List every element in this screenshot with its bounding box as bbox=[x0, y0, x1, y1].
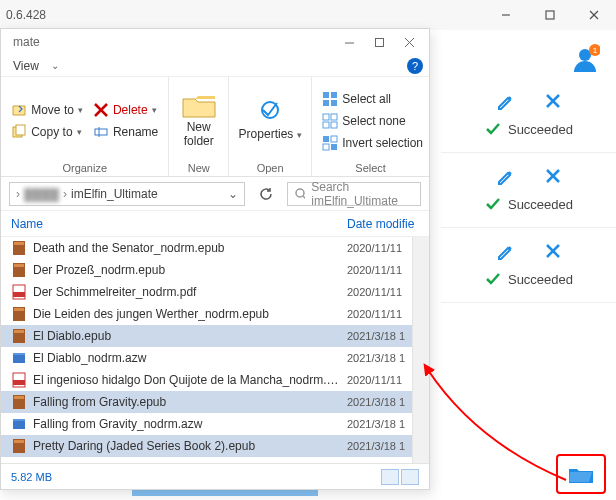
search-input[interactable]: Search imElfin_Ultimate bbox=[287, 182, 421, 206]
open-folder-icon[interactable] bbox=[568, 463, 594, 485]
help-icon[interactable]: ? bbox=[407, 58, 423, 74]
file-row[interactable]: Pretty Daring (Jaded Series Book 2)_nodr… bbox=[1, 457, 429, 463]
svg-rect-53 bbox=[13, 419, 25, 421]
move-to-button[interactable]: Move to ▾ bbox=[11, 102, 83, 118]
select-none-button[interactable]: Select none bbox=[322, 113, 423, 129]
svg-rect-31 bbox=[331, 122, 337, 128]
edit-icon[interactable] bbox=[496, 167, 516, 187]
chevron-down-icon: ▾ bbox=[77, 127, 82, 137]
svg-text:1: 1 bbox=[593, 46, 598, 55]
rename-button[interactable]: Rename bbox=[93, 124, 158, 140]
address-box[interactable]: › ▓▓▓▓ › imElfin_Ultimate ⌄ bbox=[9, 182, 245, 206]
file-row[interactable]: Falling from Gravity_nodrm.azw2021/3/18 … bbox=[1, 413, 429, 435]
app-close-button[interactable] bbox=[572, 0, 616, 30]
checkmark-icon bbox=[484, 195, 502, 213]
file-name: Pretty Daring (Jaded Series Book 2)_nodr… bbox=[33, 461, 341, 463]
refresh-button[interactable] bbox=[253, 182, 279, 206]
delete-button[interactable]: Delete ▾ bbox=[93, 102, 158, 118]
breadcrumb-parent[interactable]: ▓▓▓▓ bbox=[24, 187, 59, 201]
user-avatar-icon[interactable]: 1 bbox=[570, 44, 600, 74]
view-menu[interactable]: View bbox=[1, 59, 51, 73]
app-maximize-button[interactable] bbox=[528, 0, 572, 30]
svg-rect-25 bbox=[331, 92, 337, 98]
svg-rect-32 bbox=[323, 136, 329, 142]
chevron-down-icon: ▾ bbox=[78, 105, 83, 115]
svg-rect-29 bbox=[331, 114, 337, 120]
file-row[interactable]: Falling from Gravity.epub2021/3/18 1 bbox=[1, 391, 429, 413]
file-date: 2020/11/11 bbox=[347, 308, 419, 320]
invert-selection-button[interactable]: Invert selection bbox=[322, 135, 423, 151]
file-name: Pretty Daring (Jaded Series Book 2).epub bbox=[33, 439, 341, 453]
file-row[interactable]: Die Leiden des jungen Werther_nodrm.epub… bbox=[1, 303, 429, 325]
file-row[interactable]: Der Schimmelreiter_nodrm.pdf2020/11/11 bbox=[1, 281, 429, 303]
column-name[interactable]: Name bbox=[11, 217, 347, 231]
file-date: 2021/3/18 1 bbox=[347, 352, 419, 364]
footer-size: 5.82 MB bbox=[11, 471, 52, 483]
column-date[interactable]: Date modifie bbox=[347, 217, 419, 231]
app-version: 0.6.428 bbox=[0, 8, 46, 22]
file-list[interactable]: Death and the Senator_nodrm.epub2020/11/… bbox=[1, 237, 429, 463]
svg-rect-47 bbox=[14, 330, 24, 333]
search-icon bbox=[294, 187, 305, 201]
file-icon bbox=[11, 262, 27, 278]
explorer-close-button[interactable] bbox=[395, 31, 423, 53]
file-row[interactable]: El ingenioso hidalgo Don Quijote de la M… bbox=[1, 369, 429, 391]
file-columns: Name Date modifie bbox=[1, 211, 429, 237]
chevron-down-icon[interactable]: ⌄ bbox=[51, 60, 59, 71]
close-icon[interactable] bbox=[544, 92, 562, 112]
svg-rect-26 bbox=[323, 100, 329, 106]
edit-icon[interactable] bbox=[496, 92, 516, 112]
view-details-button[interactable] bbox=[381, 469, 399, 485]
svg-rect-55 bbox=[14, 440, 24, 443]
file-name: Der Schimmelreiter_nodrm.pdf bbox=[33, 285, 341, 299]
explorer-minimize-button[interactable] bbox=[335, 31, 363, 53]
svg-rect-48 bbox=[13, 353, 25, 355]
svg-rect-1 bbox=[546, 11, 554, 19]
conversion-item: Succeeded bbox=[441, 78, 616, 153]
file-date: 2021/3/18 1 bbox=[347, 396, 419, 408]
file-row[interactable]: Der Prozeß_nodrm.epub2020/11/11 bbox=[1, 259, 429, 281]
properties-button[interactable]: Properties ▾ bbox=[235, 81, 305, 160]
svg-line-37 bbox=[303, 196, 305, 200]
file-name: Falling from Gravity.epub bbox=[33, 395, 341, 409]
file-date: 2021/3/18 1 bbox=[347, 330, 419, 342]
file-name: Death and the Senator_nodrm.epub bbox=[33, 241, 341, 255]
file-row[interactable]: El Diablo_nodrm.azw2021/3/18 1 bbox=[1, 347, 429, 369]
select-all-button[interactable]: Select all bbox=[322, 91, 423, 107]
breadcrumb-current[interactable]: imElfin_Ultimate bbox=[71, 187, 158, 201]
ribbon-group-new: New folder New bbox=[169, 77, 229, 176]
svg-rect-39 bbox=[14, 242, 24, 245]
file-row[interactable]: Death and the Senator_nodrm.epub2020/11/… bbox=[1, 237, 429, 259]
file-icon bbox=[11, 328, 27, 344]
file-icon bbox=[11, 306, 27, 322]
svg-rect-27 bbox=[331, 100, 337, 106]
ribbon-group-organize: Move to ▾ Copy to ▾ Delete ▾ Rename Orga… bbox=[1, 77, 169, 176]
app-titlebar: 0.6.428 bbox=[0, 0, 616, 30]
ribbon-group-label: New bbox=[175, 162, 222, 174]
svg-rect-34 bbox=[323, 144, 329, 150]
file-date: 2020/11/11 bbox=[347, 242, 419, 254]
close-icon[interactable] bbox=[544, 242, 562, 262]
svg-rect-24 bbox=[323, 92, 329, 98]
svg-rect-50 bbox=[13, 380, 25, 385]
file-row[interactable]: Pretty Daring (Jaded Series Book 2).epub… bbox=[1, 435, 429, 457]
file-date: 2020/11/11 bbox=[347, 374, 419, 386]
file-icon bbox=[11, 284, 27, 300]
explorer-maximize-button[interactable] bbox=[365, 31, 393, 53]
status-label: Succeeded bbox=[508, 272, 573, 287]
edit-icon[interactable] bbox=[496, 242, 516, 262]
checkmark-icon bbox=[484, 120, 502, 138]
new-folder-button[interactable]: New folder bbox=[175, 81, 222, 160]
svg-rect-14 bbox=[375, 38, 383, 46]
app-minimize-button[interactable] bbox=[484, 0, 528, 30]
chevron-down-icon[interactable]: ⌄ bbox=[228, 187, 238, 201]
file-icon bbox=[11, 460, 27, 463]
close-icon[interactable] bbox=[544, 167, 562, 187]
status-label: Succeeded bbox=[508, 122, 573, 137]
ribbon-group-open: Properties ▾ Open bbox=[229, 77, 312, 176]
ribbon: Move to ▾ Copy to ▾ Delete ▾ Rename Orga… bbox=[1, 77, 429, 177]
copy-to-button[interactable]: Copy to ▾ bbox=[11, 124, 83, 140]
file-row[interactable]: El Diablo.epub2021/3/18 1 bbox=[1, 325, 429, 347]
view-icons-button[interactable] bbox=[401, 469, 419, 485]
svg-point-36 bbox=[296, 189, 304, 197]
